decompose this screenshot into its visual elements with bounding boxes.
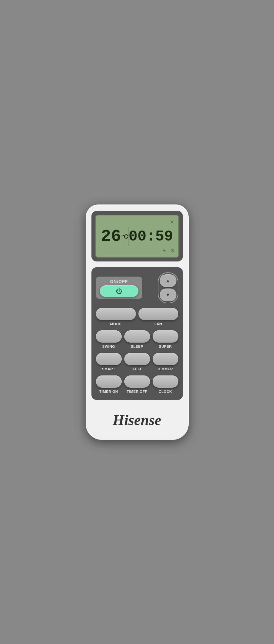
lcd-screen: ☀ 26°C 00:59 ✦ ⚙ [95,215,179,258]
display-container: ☀ 26°C 00:59 ✦ ⚙ [91,211,183,261]
controls-panel: ON/OFF ⏻ ▲ ▼ MODE FAN [91,267,183,400]
sleep-button[interactable] [124,330,150,343]
onoff-container: ON/OFF ⏻ [96,277,142,299]
timer-on-label: TIMER ON [99,390,118,393]
display-divider [128,227,128,246]
down-button[interactable]: ▼ [160,289,176,301]
smart-label: SMART [102,367,116,371]
timer-on-group: TIMER ON [96,375,122,393]
down-arrow-icon: ▼ [165,292,171,298]
swing-label: SWING [102,345,115,348]
smart-group: SMART [96,353,122,371]
dimmer-label: DIMMER [158,367,173,371]
fan-group: FAN [138,308,178,326]
updown-container: ▲ ▼ [158,272,178,303]
time-display: 00:59 [128,229,173,244]
dimmer-group: DIMMER [153,353,178,371]
dimmer-button[interactable] [153,353,178,365]
super-button[interactable] [153,330,178,343]
onoff-label: ON/OFF [110,279,128,284]
clock-button[interactable] [153,375,178,388]
ifeel-button[interactable] [124,353,150,365]
ifeel-group: IFEEL [124,353,150,371]
mode-label: MODE [110,322,121,326]
sun-icon: ☀ [169,219,175,226]
timer-off-label: TIMER OFF [127,390,147,393]
super-label: SUPER [159,345,172,348]
smart-ifeel-dimmer-row: SMART IFEEL DIMMER [96,353,178,371]
brand-name: Hisense [113,412,161,428]
top-controls-row: ON/OFF ⏻ ▲ ▼ [96,272,178,303]
mode-button[interactable] [96,308,136,320]
clock-label: CLOCK [159,390,172,393]
fan-button[interactable] [138,308,178,320]
super-group: SUPER [153,330,178,348]
fan-label: FAN [155,322,162,326]
up-button[interactable]: ▲ [160,274,176,287]
temperature-display: 26°C [101,228,128,245]
up-arrow-icon: ▲ [165,278,171,284]
mode-group: MODE [96,308,136,326]
brand-section: Hisense [91,405,183,430]
gear-icon: ⚙ [170,248,175,254]
fan-icon: ✦ [162,248,166,254]
onoff-button[interactable]: ⏻ [100,285,138,297]
timer-off-group: TIMER OFF [124,375,150,393]
swing-group: SWING [96,330,122,348]
smart-button[interactable] [96,353,122,365]
power-icon: ⏻ [116,288,122,295]
mode-fan-row: MODE FAN [96,308,178,326]
timer-off-button[interactable] [124,375,150,388]
sleep-group: SLEEP [124,330,150,348]
sleep-label: SLEEP [131,345,143,348]
swing-sleep-super-row: SWING SLEEP SUPER [96,330,178,348]
clock-group: CLOCK [153,375,178,393]
remote-control: ☀ 26°C 00:59 ✦ ⚙ ON/OFF ⏻ [86,204,189,440]
timer-clock-row: TIMER ON TIMER OFF CLOCK [96,375,178,393]
timer-on-button[interactable] [96,375,122,388]
swing-button[interactable] [96,330,122,343]
ifeel-label: IFEEL [132,367,143,371]
